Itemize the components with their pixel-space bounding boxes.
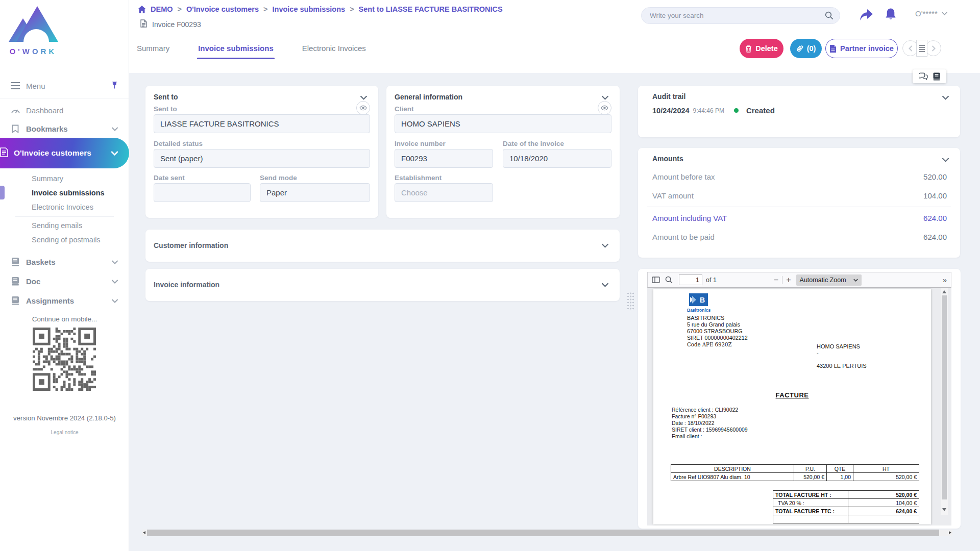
- collapse-chevron-icon[interactable]: [602, 280, 608, 289]
- collapse-chevron-icon[interactable]: [942, 93, 949, 102]
- zoom-in-icon[interactable]: +: [786, 276, 791, 285]
- attachments-button[interactable]: (0): [790, 39, 822, 58]
- card-title: Amounts: [652, 155, 683, 163]
- table-row: TOTAL FACTURE HT : 520,00 €: [773, 491, 919, 499]
- hamburger-icon: [10, 82, 20, 89]
- user-menu[interactable]: O'*****: [915, 9, 947, 18]
- line-items-table: DESCRIPTION P.U. QTE HT Arbre Ref UIO980…: [671, 464, 919, 481]
- card-title: Customer information: [154, 241, 228, 249]
- menu-toggle[interactable]: Menu: [0, 77, 129, 95]
- eye-icon[interactable]: [598, 101, 611, 115]
- scroll-down-arrow[interactable]: [942, 508, 946, 511]
- delete-button[interactable]: Delete: [740, 39, 783, 58]
- scroll-right-arrow[interactable]: [949, 531, 951, 534]
- chevron-down-icon: [112, 124, 118, 133]
- partner-invoice-button[interactable]: Partner invoice: [825, 39, 898, 58]
- attachments-count: (0): [807, 44, 816, 53]
- date-sent-input[interactable]: [154, 183, 251, 202]
- invoice-date-input[interactable]: [503, 149, 611, 168]
- sidebar-subitem-summary[interactable]: Summary: [0, 171, 129, 186]
- page-count-label: of 1: [706, 277, 717, 284]
- audit-entry: 10/24/2024 9:44:46 PM Created: [652, 106, 775, 115]
- sidebar-subitem-sending-emails[interactable]: Sending emails: [0, 218, 129, 233]
- field-label: Invoice number: [395, 140, 446, 147]
- page-number-input[interactable]: [679, 274, 702, 285]
- sidebar-item-label: O'Invoice customers: [14, 148, 91, 158]
- sidebar-item-assignments[interactable]: Assignments: [0, 291, 129, 310]
- invoice-references: Référence client : CLI90022 Facture n° F…: [672, 407, 748, 440]
- sidebar-item-dashboard[interactable]: Dashboard: [0, 101, 129, 119]
- sidebar-toggle-icon[interactable]: [652, 277, 660, 283]
- sidebar-item-bookmarks[interactable]: Bookmarks: [0, 119, 129, 138]
- invoice-number-input[interactable]: [395, 149, 493, 168]
- record-list-button[interactable]: [916, 40, 927, 57]
- sidebar-item-oinvoice-customers[interactable]: O'Invoice customers: [0, 138, 129, 168]
- sidebar-item-baskets[interactable]: Baskets: [0, 252, 129, 271]
- pin-icon[interactable]: [111, 81, 118, 91]
- legal-notice-link[interactable]: Legal notice: [0, 430, 129, 435]
- resize-drag-handle[interactable]: [627, 292, 635, 311]
- sidebar-subitem-electronic-invoices[interactable]: Electronic Invoices: [0, 200, 129, 214]
- scrollbar-thumb[interactable]: [942, 295, 947, 499]
- partner-invoice-label: Partner invoice: [840, 44, 894, 53]
- sidebar-item-label: Dashboard: [26, 106, 63, 115]
- more-tools-icon[interactable]: »: [943, 276, 947, 284]
- collapse-chevron-icon[interactable]: [602, 241, 608, 250]
- pdf-search-icon[interactable]: [665, 276, 673, 284]
- breadcrumb-current: Sent to LIASSE FACTURE BASITRONICS: [359, 5, 503, 13]
- sent-to-input[interactable]: [154, 114, 370, 133]
- search-icon[interactable]: [825, 11, 834, 20]
- amount-row-highlight: Amount including VAT 624.00: [647, 209, 951, 228]
- chevron-down-icon: [853, 279, 858, 282]
- sidebar-subitem-invoice-submissions[interactable]: Invoice submissions: [0, 186, 129, 200]
- pdf-file-icon: [829, 44, 837, 53]
- establishment-input[interactable]: [395, 183, 493, 202]
- mountain-logo-icon: [8, 4, 59, 45]
- home-icon[interactable]: [138, 6, 146, 13]
- sidebar-item-doc[interactable]: Doc: [0, 271, 129, 291]
- amount-label: Amount before tax: [652, 172, 715, 181]
- amounts-card: Amounts Amount before tax 520.00 VAT amo…: [638, 148, 960, 258]
- invoice-title: FACTURE: [653, 390, 931, 399]
- share-button[interactable]: [859, 8, 873, 21]
- client-input[interactable]: [395, 114, 611, 133]
- next-record-button[interactable]: [925, 40, 941, 56]
- eye-icon[interactable]: [356, 101, 370, 115]
- horizontal-scrollbar[interactable]: [142, 530, 952, 536]
- book-icon: [10, 257, 20, 266]
- comments-icon[interactable]: [919, 72, 928, 80]
- breadcrumb-home[interactable]: DEMO: [151, 5, 173, 13]
- detailed-status-input[interactable]: [154, 149, 370, 168]
- sidebar-item-label: Assignments: [26, 296, 74, 305]
- breadcrumb-separator: >: [178, 5, 182, 13]
- notes-icon[interactable]: [933, 72, 940, 81]
- collapse-chevron-icon[interactable]: [942, 155, 949, 164]
- pdf-vertical-scrollbar[interactable]: [941, 288, 948, 515]
- amount-value: 104.00: [923, 191, 947, 200]
- sidebar-subitem-sending-postmails[interactable]: Sending of postmails: [0, 233, 129, 247]
- book-icon: [10, 277, 20, 286]
- status-dot: [734, 108, 739, 113]
- amount-value: 624.00: [923, 233, 947, 241]
- send-mode-input[interactable]: [260, 183, 370, 202]
- notifications-button[interactable]: [884, 8, 897, 21]
- vendor-brand: Basitronics: [687, 308, 710, 313]
- breadcrumb-module[interactable]: O'Invoice customers: [186, 5, 259, 13]
- tab-summary[interactable]: Summary: [136, 41, 170, 59]
- scroll-up-arrow[interactable]: [942, 290, 946, 293]
- zoom-out-icon[interactable]: −: [774, 276, 778, 285]
- app-logo[interactable]: O'WORK: [5, 4, 61, 56]
- general-information-card: General information Client Invoice numbe…: [386, 86, 620, 218]
- sidebar: O'WORK Menu Dashboard Bookmarks O'Invoic…: [0, 0, 129, 551]
- search-input[interactable]: [650, 12, 825, 19]
- file-icon: [140, 19, 147, 29]
- tab-invoice-submissions[interactable]: Invoice submissions: [197, 41, 275, 59]
- tab-electronic-invoices[interactable]: Electronic Invoices: [301, 41, 367, 59]
- scrollbar-thumb[interactable]: [147, 530, 939, 536]
- zoom-level-select[interactable]: Automatic Zoom: [796, 274, 862, 286]
- scroll-left-arrow[interactable]: [143, 531, 145, 534]
- totals-table: TOTAL FACTURE HT : 520,00 € TVA 20 % : 1…: [773, 490, 919, 523]
- global-search: [641, 7, 840, 24]
- breadcrumb-section[interactable]: Invoice submissions: [273, 5, 346, 13]
- field-label: Date sent: [154, 174, 185, 182]
